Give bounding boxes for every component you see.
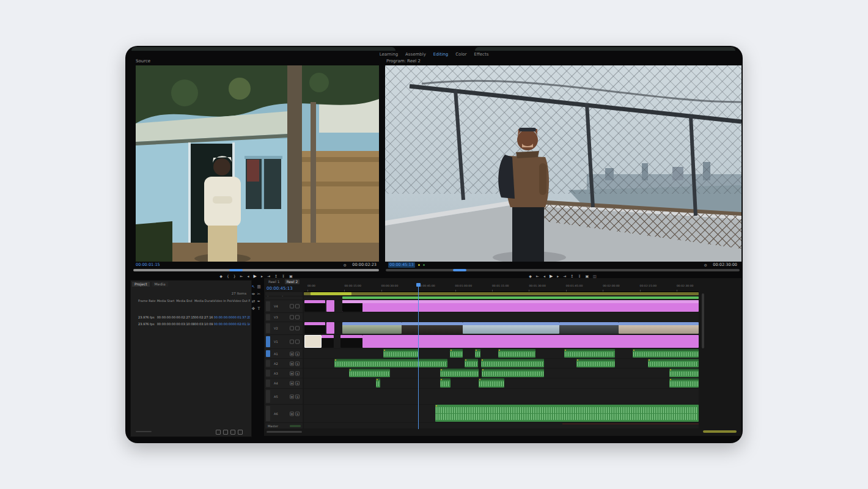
column-header-0[interactable]: Frame Rate ∧ — [138, 299, 157, 303]
list-view-icon[interactable] — [216, 430, 221, 435]
audio-clip[interactable] — [564, 349, 615, 358]
solo-button-a3[interactable]: S — [295, 371, 300, 375]
audio-clip[interactable] — [475, 349, 480, 358]
timeline-tab-reel-2[interactable]: Reel 2 — [285, 279, 300, 284]
audio-clip[interactable] — [669, 378, 699, 388]
column-header-4[interactable]: Video In Point — [214, 299, 233, 303]
timeline-tab-reel-1[interactable]: Reel 1 — [267, 279, 282, 284]
step-forward-button[interactable]: ▸ — [261, 274, 263, 278]
column-header-5[interactable]: Video Out Point — [232, 299, 250, 303]
clip[interactable] — [342, 296, 699, 299]
source-patch-v2[interactable] — [266, 323, 270, 333]
track-visibility-v1[interactable] — [290, 340, 294, 344]
pen-tool[interactable]: ✒ — [257, 300, 260, 304]
track-visibility-v3[interactable] — [290, 315, 294, 320]
hand-tool[interactable]: ✥ — [252, 307, 255, 311]
track-lane-a6[interactable] — [304, 405, 699, 422]
settings-wrench-icon[interactable]: ⚙ — [344, 262, 347, 268]
column-header-2[interactable]: Media End — [176, 299, 194, 303]
audio-clip[interactable] — [440, 378, 451, 388]
track-lane-a1[interactable] — [304, 349, 699, 358]
track-lane-a3[interactable] — [304, 369, 699, 378]
project-tab-project[interactable]: Project — [132, 282, 150, 287]
solo-button-a4[interactable]: S — [295, 381, 300, 386]
timeline-vertical-scrollbar[interactable] — [702, 293, 704, 348]
selected-video-clip[interactable] — [559, 322, 619, 334]
audio-clip[interactable] — [498, 349, 535, 358]
video-clip[interactable] — [340, 335, 362, 348]
workspace-tab-effects[interactable]: Effects — [474, 53, 489, 57]
mark-out-button[interactable]: } — [234, 274, 236, 278]
track-lock-v4[interactable] — [295, 304, 300, 309]
solo-button-a1[interactable]: S — [295, 351, 300, 356]
solo-button-a5[interactable]: S — [295, 394, 300, 399]
mute-button-a5[interactable]: M — [290, 394, 294, 399]
new-item-icon[interactable] — [238, 430, 243, 435]
workspace-tab-color[interactable]: Color — [455, 53, 466, 57]
mute-button-a4[interactable]: M — [290, 381, 294, 386]
track-lock-v1[interactable] — [295, 340, 300, 344]
video-clip[interactable] — [362, 335, 699, 348]
program-scrub-bar[interactable] — [386, 269, 740, 271]
table-row[interactable]: 23.976 fps00:00:00:0000:02:27:1500:02:27… — [138, 314, 250, 320]
audio-clip[interactable] — [376, 378, 380, 388]
selected-video-clip[interactable] — [463, 322, 559, 334]
track-lock-v2[interactable] — [295, 326, 300, 331]
timeline-playhead[interactable] — [418, 283, 419, 429]
video-clip[interactable] — [326, 300, 334, 312]
audio-clip[interactable] — [669, 369, 699, 377]
track-lane-v6[interactable] — [304, 292, 699, 296]
source-patch-a2[interactable] — [266, 360, 270, 367]
audio-clip[interactable] — [349, 369, 390, 377]
timeline-playhead-handle[interactable] — [416, 283, 421, 287]
mute-button-a1[interactable]: M — [290, 351, 294, 356]
track-select-tool[interactable]: ▥ — [257, 285, 260, 289]
mute-button-a3[interactable]: M — [290, 371, 294, 375]
track-lane-v1[interactable] — [304, 335, 699, 348]
video-clip[interactable] — [342, 300, 699, 312]
track-lane-v5[interactable] — [304, 296, 699, 300]
audio-clip[interactable] — [440, 369, 479, 377]
slip-tool[interactable]: ⇄ — [252, 300, 255, 304]
ripple-edit-tool[interactable]: ⇹ — [252, 292, 255, 296]
audio-clip[interactable] — [482, 369, 544, 377]
program-playhead-thumb[interactable] — [453, 269, 466, 271]
source-playhead-thumb[interactable] — [229, 269, 243, 271]
new-bin-icon[interactable] — [230, 430, 235, 435]
step-back-button[interactable]: ◂ — [248, 274, 249, 278]
source-patch-v4[interactable] — [266, 301, 270, 311]
source-patch-a5[interactable] — [266, 390, 270, 403]
source-patch-v3[interactable] — [266, 314, 270, 320]
clip[interactable] — [304, 292, 699, 295]
video-clip[interactable] — [322, 335, 334, 348]
source-patch-v1[interactable] — [266, 336, 270, 347]
zoom-slider[interactable] — [136, 431, 152, 432]
razor-tool[interactable]: ✂ — [257, 292, 260, 296]
audio-clip[interactable] — [334, 359, 447, 367]
audio-clip[interactable] — [576, 359, 615, 367]
source-scrub-bar[interactable] — [133, 269, 379, 271]
mark-in-button[interactable]: { — [227, 274, 229, 278]
selected-video-clip[interactable] — [402, 322, 463, 334]
workspace-tab-assembly[interactable]: Assembly — [405, 53, 426, 57]
mute-button-a2[interactable]: M — [290, 361, 294, 366]
source-patch-a3[interactable] — [266, 370, 270, 377]
track-header-scrollbar[interactable] — [267, 431, 302, 433]
stereo-audio-clip[interactable] — [435, 405, 699, 422]
audio-clip[interactable] — [383, 349, 418, 358]
track-visibility-v2[interactable] — [290, 326, 294, 331]
track-lane-a5[interactable] — [304, 389, 699, 404]
solo-button-a6[interactable]: S — [295, 411, 300, 416]
track-lock-v3[interactable] — [295, 315, 300, 320]
track-lane-a4[interactable] — [304, 378, 699, 388]
audio-clip[interactable] — [648, 359, 699, 367]
timeline-ruler[interactable]: 00:0000:00:15:0000:00:30:0000:00:45:0000… — [304, 283, 699, 292]
column-header-1[interactable]: Media Start — [157, 299, 177, 303]
program-monitor-video[interactable] — [385, 65, 741, 262]
solo-button-a2[interactable]: S — [295, 361, 300, 366]
icon-view-icon[interactable] — [223, 430, 228, 435]
audio-clip[interactable] — [633, 349, 699, 358]
source-patch-a1[interactable] — [266, 350, 270, 357]
add-marker-button[interactable]: ◆ — [219, 274, 223, 278]
source-patch-a6[interactable] — [266, 406, 270, 421]
